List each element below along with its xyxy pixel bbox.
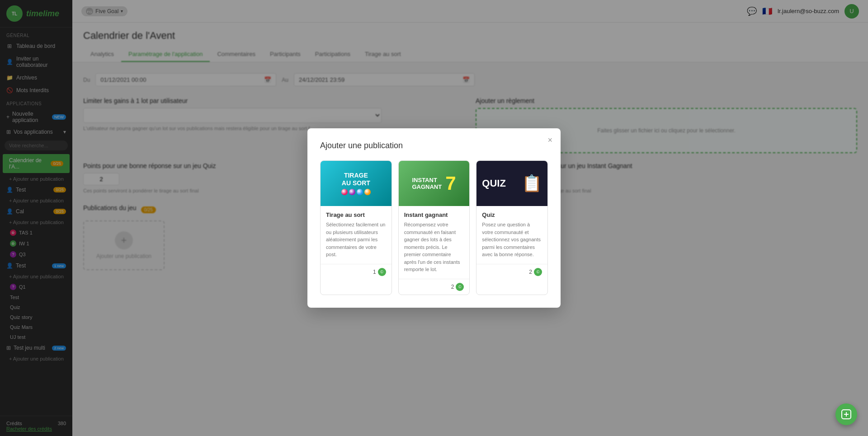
instant-img-content: INSTANTGAGNANT 7 <box>412 174 456 193</box>
modal-cards: TIRAGEAU SORT Tirage au sort Sélectionne… <box>320 160 548 295</box>
instant-card-footer: 2 © <box>399 279 470 295</box>
modal-title: Ajouter une publication <box>320 141 548 150</box>
quiz-img-content: QUIZ 📋 <box>476 174 547 193</box>
fab-icon <box>841 409 851 419</box>
ball-1 <box>341 189 348 195</box>
quiz-card-desc: Posez une question à votre communauté et… <box>482 221 542 258</box>
quiz-card-footer: 2 © <box>476 264 547 280</box>
pub-card-quiz[interactable]: QUIZ 📋 Quiz Posez une question à votre c… <box>476 160 548 295</box>
quiz-card-image: QUIZ 📋 <box>476 161 547 206</box>
quiz-credit-icon: © <box>534 268 542 276</box>
instant-credit-num: 2 <box>451 284 454 290</box>
instant-num: 7 <box>445 174 456 193</box>
quiz-card-name: Quiz <box>482 211 542 218</box>
add-publication-modal: × Ajouter une publication TIRAGEAU SORT <box>307 128 561 308</box>
tirage-card-name: Tirage au sort <box>326 211 386 218</box>
quiz-clipboard-icon: 📋 <box>522 174 542 193</box>
pub-card-instant[interactable]: INSTANTGAGNANT 7 Instant gagnant Récompe… <box>398 160 470 295</box>
instant-img-text: INSTANTGAGNANT <box>412 177 442 191</box>
instant-card-desc: Récompensez votre communauté en faisant … <box>404 221 464 273</box>
lottery-balls <box>341 189 371 195</box>
instant-card-body: Instant gagnant Récompensez votre commun… <box>399 206 470 279</box>
ball-3 <box>357 189 363 195</box>
ball-4 <box>364 189 371 195</box>
tirage-card-desc: Sélectionnez facilement un ou plusieurs … <box>326 221 386 258</box>
tirage-img-text: TIRAGEAU SORT <box>342 172 370 187</box>
instant-credit-icon: © <box>456 283 464 291</box>
modal-close-button[interactable]: × <box>547 136 552 145</box>
fab-button[interactable] <box>835 403 857 425</box>
tirage-img-content: TIRAGEAU SORT <box>341 172 371 195</box>
tirage-card-image: TIRAGEAU SORT <box>321 161 392 206</box>
tirage-card-footer: 1 © <box>321 264 392 280</box>
ball-2 <box>349 189 355 195</box>
tirage-credit-num: 1 <box>373 269 376 275</box>
pub-card-tirage[interactable]: TIRAGEAU SORT Tirage au sort Sélectionne… <box>320 160 392 295</box>
instant-card-image: INSTANTGAGNANT 7 <box>399 161 470 206</box>
quiz-card-body: Quiz Posez une question à votre communau… <box>476 206 547 264</box>
quiz-img-text: QUIZ <box>482 178 506 189</box>
instant-card-name: Instant gagnant <box>404 211 464 218</box>
modal-overlay[interactable]: × Ajouter une publication TIRAGEAU SORT <box>0 0 868 436</box>
tirage-credit-icon: © <box>378 268 386 276</box>
tirage-card-body: Tirage au sort Sélectionnez facilement u… <box>321 206 392 264</box>
quiz-credit-num: 2 <box>529 269 532 275</box>
